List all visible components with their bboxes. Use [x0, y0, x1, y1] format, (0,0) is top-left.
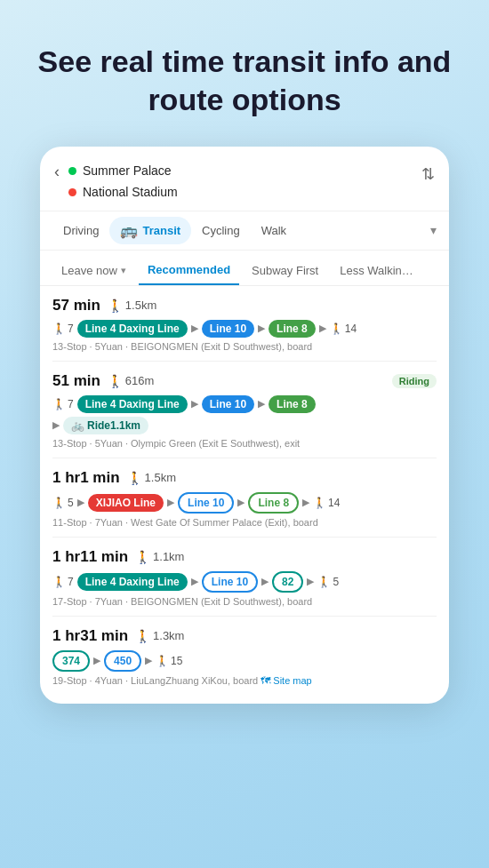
route-item[interactable]: 57 min 🚶 1.5km 🚶7 Line 4 Daxing Line ▶ L…: [52, 286, 437, 362]
arrow-icon: ▶: [77, 497, 84, 508]
walk-icon-sm: 🚶: [156, 655, 169, 667]
route-duration: 51 min: [52, 372, 100, 390]
filter-subway-first[interactable]: Subway First: [243, 257, 327, 284]
arrow-icon: ▶: [307, 576, 314, 587]
route-walk-dist: 1.5km: [125, 299, 156, 312]
subway-first-label: Subway First: [252, 264, 318, 277]
line-pill: 374: [52, 650, 90, 672]
route-walk: 🚶 616m: [108, 374, 155, 388]
line-pill: Line 8: [269, 320, 316, 338]
destination-label: National Stadium: [83, 182, 178, 203]
arrow-icon: ▶: [319, 323, 326, 334]
walk-icon: 🚶: [108, 374, 123, 388]
line-row: 🚶5 ▶ XIJIAO Line ▶ Line 10 ▶ Line 8 ▶ 🚶1…: [52, 492, 437, 514]
cycling-label: Cycling: [202, 224, 240, 237]
filter-leave-now[interactable]: Leave now ▾: [52, 257, 135, 284]
line-pill: 82: [272, 571, 303, 593]
route-header: ‹ Summer Palace National Stadium ⇅: [40, 147, 449, 211]
arrow-icon: ▶: [302, 497, 309, 508]
mode-row: Driving 🚌 Transit Cycling Walk ▾: [40, 211, 449, 251]
route-top: 1 hr31 min 🚶 1.3km: [52, 627, 437, 645]
route-walk: 🚶 1.5km: [108, 299, 156, 313]
route-time-walk: 57 min 🚶 1.5km: [52, 297, 156, 315]
walk-num: 🚶7: [52, 323, 74, 335]
route-duration: 1 hr11 min: [52, 548, 128, 566]
route-walk-dist: 616m: [125, 374, 155, 387]
route-walk: 🚶 1.5km: [127, 471, 176, 485]
walk-num: 🚶14: [313, 497, 340, 509]
route-duration: 1 hr31 min: [52, 627, 128, 645]
line-pill: Line 4 Daxing Line: [77, 573, 188, 591]
walk-icon-sm: 🚶: [52, 398, 66, 410]
driving-label: Driving: [63, 224, 99, 237]
route-time-walk: 1 hr31 min 🚶 1.3km: [52, 627, 184, 645]
line-pill: 450: [104, 650, 141, 672]
line-row-2: ▶ 🚲 Ride1.1km: [52, 417, 437, 434]
route-meta: 13-Stop · 5Yuan · BEIGONGMEN (Exit D Sou…: [52, 341, 437, 352]
route-top: 57 min 🚶 1.5km: [52, 297, 437, 315]
line-row: 🚶7 Line 4 Daxing Line ▶ Line 10 ▶ Line 8: [52, 395, 437, 413]
line-pill: Line 8: [248, 492, 299, 514]
walk-icon-sm: 🚶: [317, 576, 331, 588]
line-pill: Line 10: [202, 395, 254, 413]
route-top: 1 hr11 min 🚶 1.1km: [52, 548, 437, 566]
line-pill: Line 10: [202, 320, 254, 338]
route-item[interactable]: 1 hr1 min 🚶 1.5km 🚶5 ▶ XIJIAO Line ▶ Lin…: [52, 458, 437, 538]
walk-num: 🚶14: [330, 323, 357, 335]
arrow-icon: ▶: [237, 497, 244, 508]
route-meta: 17-Stop · 7Yuan · BEIGONGMEN (Exit D Sou…: [52, 596, 437, 607]
filter-less-walking[interactable]: Less Walkin…: [331, 257, 422, 284]
bike-pill: 🚲 Ride1.1km: [63, 417, 148, 434]
arrow-icon: ▶: [93, 655, 100, 666]
route-top: 1 hr1 min 🚶 1.5km: [52, 469, 437, 487]
route-item[interactable]: 1 hr11 min 🚶 1.1km 🚶7 Line 4 Daxing Line…: [52, 538, 437, 617]
walk-num: 🚶5: [317, 576, 339, 588]
walk-num: 🚶15: [156, 655, 182, 667]
arrow-icon: ▶: [167, 497, 174, 508]
walk-icon-sm: 🚶: [52, 497, 66, 509]
route-item[interactable]: 51 min 🚶 616m Riding 🚶7 Line 4 Daxing Li…: [52, 362, 437, 458]
walk-icon: 🚶: [127, 471, 142, 485]
line-pill: Line 8: [269, 395, 316, 413]
walk-icon: 🚶: [135, 629, 150, 643]
route-meta: 11-Stop · 7Yuan · West Gate Of Summer Pa…: [52, 517, 437, 528]
swap-button[interactable]: ⇅: [421, 161, 435, 184]
recommended-label: Recommended: [148, 263, 230, 276]
sitemap-link[interactable]: 🗺 Site map: [261, 675, 311, 686]
route-walk-dist: 1.3km: [153, 629, 184, 642]
leave-chevron-icon: ▾: [121, 265, 126, 276]
arrow-icon: ▶: [191, 576, 198, 587]
mode-transit[interactable]: 🚌 Transit: [109, 217, 191, 244]
mode-walk[interactable]: Walk: [251, 219, 297, 243]
route-points: Summer Palace National Stadium: [68, 161, 421, 203]
routes-list: 57 min 🚶 1.5km 🚶7 Line 4 Daxing Line ▶ L…: [40, 286, 449, 704]
transit-label: Transit: [142, 224, 180, 237]
route-time-walk: 1 hr1 min 🚶 1.5km: [52, 469, 176, 487]
arrow-icon: ▶: [261, 576, 269, 587]
line-row: 374 ▶ 450 ▶ 🚶15: [52, 650, 437, 672]
arrow-icon: ▶: [191, 323, 198, 334]
route-meta: 13-Stop · 5Yuan · Olympic Green (Exit E …: [52, 438, 437, 449]
origin-label: Summer Palace: [83, 161, 172, 182]
phone-card: ‹ Summer Palace National Stadium ⇅ Drivi…: [40, 147, 449, 704]
walk-icon: 🚶: [108, 299, 123, 313]
line-pill: Line 10: [202, 571, 258, 593]
line-pill: Line 10: [178, 492, 234, 514]
line-row: 🚶7 Line 4 Daxing Line ▶ Line 10 ▶ 82 ▶ 🚶…: [52, 571, 437, 593]
origin-point: Summer Palace: [68, 161, 421, 182]
walk-label: Walk: [261, 224, 286, 237]
mode-dropdown[interactable]: ▾: [430, 223, 437, 237]
route-meta: 19-Stop · 4Yuan · LiuLangZhuang XiKou, b…: [52, 675, 437, 686]
walk-icon-sm: 🚶: [330, 323, 343, 335]
back-button[interactable]: ‹: [54, 161, 60, 181]
arrow-icon: ▶: [52, 419, 60, 431]
route-item[interactable]: 1 hr31 min 🚶 1.3km 374 ▶ 450 ▶ 🚶15 19-St…: [52, 617, 437, 695]
arrow-icon: ▶: [258, 398, 265, 410]
route-walk-dist: 1.5km: [145, 471, 176, 484]
mode-driving[interactable]: Driving: [52, 219, 109, 243]
mode-cycling[interactable]: Cycling: [191, 219, 251, 243]
line-pill: Line 4 Daxing Line: [77, 395, 188, 413]
riding-badge: Riding: [392, 374, 437, 388]
bus-icon: 🚌: [120, 222, 138, 239]
filter-recommended[interactable]: Recommended: [139, 256, 239, 285]
